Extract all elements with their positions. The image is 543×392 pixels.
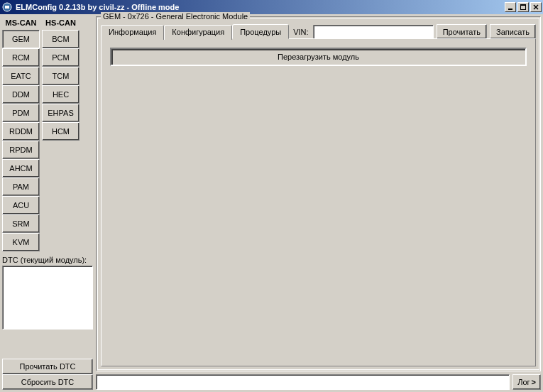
app-icon: [1, 1, 13, 13]
read-button[interactable]: Прочитать: [437, 24, 487, 39]
chevron-right-icon: >: [532, 378, 536, 386]
main-panel: GEM - 0x726 - General Electronic Module …: [96, 16, 541, 390]
log-button[interactable]: Лог >: [512, 374, 541, 390]
module-button-hcm[interactable]: HCM: [42, 122, 79, 141]
module-button-eatc[interactable]: EATC: [2, 67, 40, 85]
hs-can-column: HS-CAN BCMPCMTCMHECEHPASHCM: [42, 16, 79, 251]
close-button[interactable]: [530, 2, 542, 12]
module-button-bcm[interactable]: BCM: [42, 30, 79, 48]
svg-rect-1: [5, 6, 9, 9]
tab-content: Перезагрузить модуль: [101, 38, 536, 366]
titlebar: ELMConfig 0.2.13b by civil-zz - Offline …: [0, 0, 543, 14]
module-button-hec[interactable]: HEC: [42, 85, 79, 104]
svg-rect-2: [508, 9, 512, 10]
window-title: ELMConfig 0.2.13b by civil-zz - Offline …: [16, 3, 505, 11]
module-button-kvm[interactable]: KVM: [2, 233, 40, 251]
groupbox-title: GEM - 0x726 - General Electronic Module: [101, 12, 250, 21]
dtc-listbox[interactable]: [2, 266, 93, 330]
reload-module-button[interactable]: Перезагрузить модуль: [110, 48, 527, 66]
module-button-acu[interactable]: ACU: [2, 196, 40, 214]
read-dtc-button[interactable]: Прочитать DTC: [2, 359, 93, 374]
module-button-rpdm[interactable]: RPDM: [2, 141, 40, 159]
module-button-ddm[interactable]: DDM: [2, 85, 40, 104]
left-panel: MS-CAN GEMRCMEATCDDMPDMRDDMRPDMAHCMPAMAC…: [2, 16, 93, 390]
tab-config[interactable]: Конфигурация: [164, 25, 232, 40]
svg-rect-4: [520, 4, 526, 6]
hs-can-header: HS-CAN: [45, 16, 76, 30]
module-button-tcm[interactable]: TCM: [42, 67, 79, 85]
ms-can-header: MS-CAN: [6, 16, 37, 30]
tab-procedures[interactable]: Процедуры: [232, 24, 289, 39]
module-button-gem[interactable]: GEM: [2, 30, 40, 48]
module-button-ehpas[interactable]: EHPAS: [42, 104, 79, 122]
write-button[interactable]: Записать: [490, 24, 536, 39]
dtc-label: DTC (текущий модуль):: [2, 254, 93, 266]
vin-input[interactable]: [313, 25, 434, 39]
tab-info[interactable]: Информация: [101, 25, 164, 40]
module-button-rcm[interactable]: RCM: [2, 48, 40, 67]
vin-label: VIN:: [292, 28, 309, 36]
module-button-pcm[interactable]: PCM: [42, 48, 79, 67]
tab-bar: Информация Конфигурация Процедуры: [101, 24, 289, 39]
minimize-button[interactable]: [505, 2, 516, 12]
module-button-ahcm[interactable]: AHCM: [2, 159, 40, 178]
module-button-srm[interactable]: SRM: [2, 214, 40, 233]
module-groupbox: GEM - 0x726 - General Electronic Module …: [96, 16, 541, 371]
status-input[interactable]: [96, 374, 510, 390]
maximize-button[interactable]: [517, 2, 529, 12]
module-button-pdm[interactable]: PDM: [2, 104, 40, 122]
module-button-pam[interactable]: PAM: [2, 178, 40, 196]
module-button-rddm[interactable]: RDDM: [2, 122, 40, 141]
ms-can-column: MS-CAN GEMRCMEATCDDMPDMRDDMRPDMAHCMPAMAC…: [2, 16, 40, 251]
reset-dtc-button[interactable]: Сбросить DTC: [2, 374, 93, 390]
